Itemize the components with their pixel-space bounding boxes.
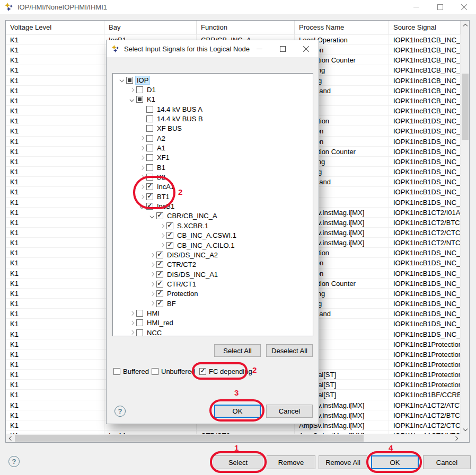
column-header-function[interactable]: Function (197, 21, 295, 34)
tree-checkbox[interactable] (136, 310, 143, 317)
tree-checkbox[interactable] (156, 261, 163, 268)
main-cancel-button[interactable]: Cancel (423, 455, 471, 469)
column-header-bay[interactable]: Bay (104, 21, 197, 34)
close-icon (303, 46, 310, 52)
chevron-right-icon[interactable] (150, 263, 154, 267)
tree-item[interactable]: B1 (113, 163, 313, 172)
tree-item[interactable]: DIS/DS_INC_A2 (113, 250, 313, 259)
tree-checkbox[interactable] (156, 281, 163, 288)
tree-item[interactable]: BF (113, 299, 313, 308)
tree-item[interactable]: CB_INC_A.CSWI.1 (113, 231, 313, 240)
maximize-button[interactable] (428, 0, 452, 14)
vertical-scroll-thumb[interactable] (462, 74, 469, 140)
tree-item[interactable]: CBR/CB_INC_A (113, 211, 313, 221)
tree-checkbox[interactable] (146, 115, 153, 122)
tree-checkbox[interactable] (156, 300, 163, 307)
chevron-right-icon[interactable] (140, 156, 144, 160)
scroll-down-button[interactable] (461, 425, 470, 434)
chevron-right-icon[interactable] (130, 88, 134, 92)
scroll-up-button[interactable] (461, 21, 470, 29)
tree-checkbox[interactable] (156, 212, 163, 219)
dialog-cancel-button[interactable]: Cancel (266, 405, 313, 418)
unbuffered-checkbox[interactable] (152, 368, 158, 375)
tree-item[interactable]: S.XCBR.1 (113, 221, 313, 230)
chevron-down-icon[interactable] (150, 214, 154, 218)
tree-checkbox[interactable] (156, 252, 163, 258)
tree-item[interactable]: IOP (113, 75, 313, 85)
tree-checkbox[interactable] (166, 242, 173, 249)
tree-checkbox[interactable] (146, 154, 153, 161)
annotation-box-main-ok (366, 451, 422, 473)
cell-source-signal: IOPK1IncA1CT2/CTCTR3. (389, 420, 461, 431)
tree-checkbox[interactable] (136, 86, 143, 93)
chevron-right-icon[interactable] (140, 146, 144, 150)
tree-checkbox[interactable] (136, 96, 143, 103)
dialog-maximize-button[interactable] (271, 40, 294, 57)
tree-checkbox[interactable] (146, 125, 153, 132)
deselect-all-button[interactable]: Deselect All (266, 344, 313, 357)
tree-item[interactable]: HMI_red (113, 318, 313, 328)
chevron-down-icon[interactable] (130, 97, 134, 102)
tree-item-label: S.XCBR.1 (176, 222, 209, 230)
tree-item[interactable]: 14.4 kV BUS A (113, 104, 313, 114)
chevron-right-icon[interactable] (150, 292, 154, 296)
chevron-right-icon[interactable] (130, 330, 134, 335)
column-header-voltage-level[interactable]: Voltage Level (6, 21, 104, 34)
main-help-icon[interactable] (8, 456, 20, 467)
tree-item[interactable]: CTR/CT1 (113, 279, 313, 289)
chevron-right-icon[interactable] (160, 223, 164, 228)
tree-item[interactable]: CB_INC_A.CILO.1 (113, 240, 313, 250)
tree-item[interactable]: NCC (113, 328, 313, 336)
tree-item[interactable]: 14.4 kV BUS B (113, 114, 313, 123)
tree-checkbox[interactable] (156, 290, 163, 297)
horizontal-scroll-thumb[interactable] (15, 435, 364, 442)
tree-item[interactable]: DIS/DS_INC_A1 (113, 270, 313, 279)
chevron-right-icon[interactable] (140, 165, 144, 169)
scroll-right-button[interactable] (452, 434, 461, 443)
buffered-checkbox[interactable] (113, 368, 120, 375)
dialog-help-icon[interactable] (114, 406, 126, 417)
tree-item[interactable]: CTR/CT2 (113, 260, 313, 270)
minimize-button[interactable] (404, 0, 428, 14)
tree-checkbox[interactable] (136, 319, 143, 326)
tree-checkbox[interactable] (146, 164, 153, 171)
tree-item[interactable]: XF BUS (113, 124, 313, 133)
scroll-left-button[interactable] (6, 434, 14, 443)
chevron-right-icon[interactable] (150, 272, 154, 276)
column-header-source-signal[interactable]: Source Signal (389, 21, 461, 34)
chevron-right-icon[interactable] (140, 136, 144, 140)
chevron-right-icon[interactable] (160, 234, 164, 238)
tree-checkbox[interactable] (146, 106, 153, 113)
chevron-right-icon[interactable] (150, 253, 154, 257)
tree-item[interactable]: XF1 (113, 153, 313, 163)
tree-checkbox[interactable] (146, 135, 153, 142)
chevron-right-icon[interactable] (150, 301, 154, 306)
chevron-right-icon (453, 436, 457, 441)
chevron-right-icon[interactable] (130, 321, 134, 325)
tree-item[interactable]: Protection (113, 289, 313, 299)
close-button[interactable] (452, 0, 476, 14)
tree-checkbox[interactable] (126, 77, 133, 84)
dialog-close-button[interactable] (294, 40, 318, 57)
chevron-right-icon[interactable] (130, 311, 134, 316)
tree-checkbox[interactable] (146, 145, 153, 151)
tree-checkbox[interactable] (166, 232, 173, 239)
tree-item[interactable]: K1 (113, 95, 313, 104)
horizontal-scrollbar[interactable] (6, 434, 461, 442)
tree-item[interactable]: HMI (113, 308, 313, 318)
vertical-scrollbar[interactable] (461, 21, 469, 434)
tree-checkbox[interactable] (166, 222, 173, 229)
tree-item[interactable]: D1 (113, 85, 313, 94)
column-header-process-name[interactable]: Process Name (295, 21, 389, 34)
chevron-right-icon[interactable] (160, 243, 164, 247)
dialog-minimize-button[interactable] (248, 40, 271, 57)
chevron-right-icon[interactable] (150, 282, 154, 286)
tree-checkbox[interactable] (156, 271, 163, 278)
select-all-button[interactable]: Select All (214, 344, 261, 357)
remove-button[interactable]: Remove (267, 455, 315, 469)
tree-item[interactable]: A2 (113, 133, 313, 143)
chevron-down-icon[interactable] (120, 78, 124, 82)
tree-item[interactable]: A1 (113, 143, 313, 153)
remove-all-button[interactable]: Remove All (319, 455, 367, 469)
tree-checkbox[interactable] (136, 329, 143, 336)
